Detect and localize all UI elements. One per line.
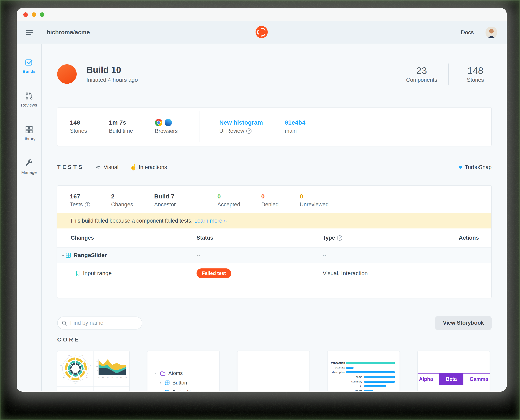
changes-count: 2 Changes	[111, 193, 133, 208]
chevron-down-icon[interactable]	[61, 253, 66, 258]
field-bar	[346, 367, 354, 369]
segmented-control-secondary: AlphaBetaGamma	[417, 390, 490, 391]
field-label: id	[327, 385, 362, 388]
sidebar-item-reviews[interactable]: Reviews	[21, 92, 37, 107]
pointer-hand-icon: ☝	[130, 164, 137, 171]
component-icon	[165, 390, 170, 391]
segment-gamma[interactable]: Gamma	[463, 374, 490, 385]
card-segmented-controls[interactable]: AlphaBetaGamma AlphaBetaGamma	[417, 351, 490, 391]
visual-filter[interactable]: Visual	[95, 164, 119, 170]
ancestor-build: Build 7 Ancestor	[154, 193, 176, 208]
browsers-stat: Browsers	[155, 119, 178, 134]
help-icon[interactable]: ?	[246, 128, 252, 134]
window-titlebar	[17, 8, 507, 21]
field-bar	[346, 371, 395, 373]
tree-item-atoms[interactable]: Atoms	[148, 368, 219, 378]
field-bar-row: id	[327, 384, 400, 389]
svg-text:3.0: 3.0	[107, 376, 109, 378]
sidebar-item-label: Library	[22, 136, 36, 141]
table-header: Changes Status Type ? Actions	[57, 228, 491, 247]
help-icon[interactable]: ?	[337, 235, 342, 241]
segment-alpha[interactable]: Alpha	[417, 391, 439, 391]
column-actions: Actions	[447, 235, 491, 241]
segment-beta[interactable]: Beta	[439, 374, 463, 385]
component-icon	[165, 380, 170, 385]
commit-link[interactable]: 81e4b4	[285, 119, 305, 126]
field-bar-row: estimate	[327, 365, 400, 370]
tests-section-header: TESTS Visual ☝ Interactions	[57, 163, 492, 171]
build-summary-card: 148 Stories 1m 7s Build time Browsers	[57, 107, 492, 146]
builds-icon	[25, 58, 33, 67]
tests-heading: TESTS	[57, 164, 84, 170]
field-bar	[364, 390, 373, 391]
window-close-button[interactable]	[23, 12, 28, 17]
unreviewed-count: 0 Unreviewed	[300, 193, 329, 208]
app-header: hichroma/acme Docs	[17, 21, 507, 44]
user-avatar[interactable]	[485, 27, 497, 38]
sidebar-item-label: Manage	[21, 170, 37, 175]
field-label: length	[327, 389, 362, 391]
field-bar	[346, 362, 395, 364]
segment-beta[interactable]: Beta	[439, 391, 463, 391]
field-bar-row: length	[327, 389, 400, 391]
svg-text:5.0: 5.0	[116, 376, 118, 378]
tree-item-buttonhover[interactable]: ButtonHover	[148, 388, 219, 391]
svg-text:1.0: 1.0	[81, 355, 82, 356]
build-counts: 23 Components 148 Stories	[405, 63, 492, 85]
segment-alpha[interactable]: Alpha	[417, 374, 439, 385]
story-type: Visual, Interaction	[313, 270, 447, 277]
component-status: --	[187, 252, 313, 258]
docs-link[interactable]: Docs	[461, 29, 474, 36]
sidebar-item-library[interactable]: Library	[22, 125, 36, 141]
interactions-filter[interactable]: ☝ Interactions	[130, 164, 167, 171]
learn-more-link[interactable]: Learn more »	[194, 218, 227, 224]
bookmark-icon	[75, 270, 80, 276]
chevron-right-icon[interactable]	[158, 390, 162, 392]
page-title: Build 10	[86, 65, 138, 75]
core-heading: CORE	[57, 337, 80, 343]
segmented-control-primary: AlphaBetaGamma	[417, 373, 490, 385]
field-bar-row: transaction	[327, 361, 400, 365]
field-bar	[364, 381, 395, 383]
build-time-stat: 1m 7s Build time	[109, 119, 133, 134]
chromatic-logo-icon[interactable]	[255, 26, 268, 39]
card-charts[interactable]: 1.02.03.04.05.06.07.0 510151.02.03.04.05…	[57, 351, 130, 391]
svg-text:5.0: 5.0	[63, 377, 65, 378]
card-profile[interactable]: Tom Coleman domyen	[237, 351, 310, 391]
table-row-story[interactable]: Input range Failed test Visual, Interact…	[57, 263, 491, 298]
card-component-tree[interactable]: Atoms Button	[147, 351, 220, 391]
component-name[interactable]: RangeSlider	[74, 252, 107, 258]
turbosnap-indicator[interactable]: TurboSnap	[459, 164, 492, 170]
field-bar-row: summary	[327, 379, 400, 384]
manage-icon	[25, 159, 33, 168]
failed-test-badge: Failed test	[197, 269, 231, 278]
card-field-bars[interactable]: transactionestimatedescriptionnamesummar…	[327, 351, 400, 391]
library-toolbar: View Storybook	[57, 316, 492, 330]
help-icon[interactable]: ?	[85, 202, 90, 207]
folder-icon	[160, 371, 166, 376]
field-label: description	[327, 371, 345, 374]
view-storybook-button[interactable]: View Storybook	[435, 316, 492, 330]
story-name[interactable]: Input range	[83, 270, 112, 277]
ancestor-build-link[interactable]: Build 7	[154, 193, 176, 200]
menu-icon[interactable]	[26, 30, 33, 35]
svg-text:2.0: 2.0	[89, 365, 90, 366]
component-cards-row: 1.02.03.04.05.06.07.0 510151.02.03.04.05…	[57, 351, 492, 391]
segment-gamma[interactable]: Gamma	[463, 391, 490, 391]
chevron-down-icon[interactable]	[154, 371, 158, 375]
chevron-right-icon[interactable]	[158, 381, 162, 385]
table-row-component[interactable]: RangeSlider -- --	[57, 247, 491, 263]
field-bar-row: name	[327, 375, 400, 379]
window-minimize-button[interactable]	[32, 12, 36, 17]
window-zoom-button[interactable]	[40, 12, 45, 17]
tree-item-button[interactable]: Button	[148, 378, 219, 388]
ui-review-link[interactable]: New histogram	[219, 119, 263, 126]
project-name[interactable]: hichroma/acme	[47, 29, 90, 36]
field-label: name	[327, 375, 362, 378]
sidebar-item-manage[interactable]: Manage	[21, 159, 37, 175]
search-input[interactable]	[57, 316, 142, 330]
area-chart: 510151.02.03.04.05.06.07.0	[95, 357, 128, 380]
sidebar-item-builds[interactable]: Builds	[22, 58, 36, 74]
stories-stat: 148 Stories	[70, 119, 87, 134]
svg-text:10: 10	[96, 365, 98, 367]
